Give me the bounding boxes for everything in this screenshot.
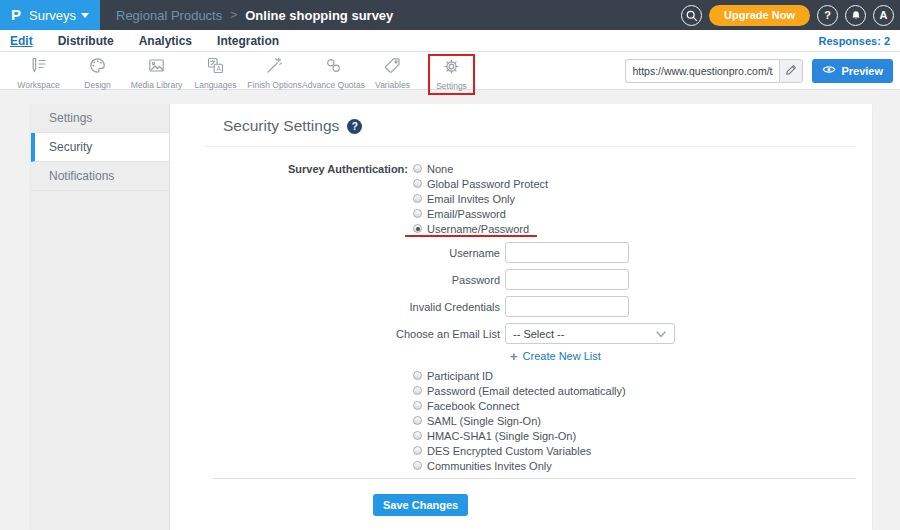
auth-label: Survey Authentication:	[170, 161, 408, 236]
help-button[interactable]: ?	[817, 5, 838, 26]
tab-distribute[interactable]: Distribute	[58, 34, 114, 48]
plus-icon: +	[510, 351, 518, 362]
toolbar-label: Advance Quotas	[302, 80, 365, 90]
toolbar-item-design[interactable]: Design	[68, 52, 127, 89]
surveys-menu[interactable]: P Surveys	[0, 0, 100, 30]
radio-none[interactable]: None	[413, 161, 548, 176]
radio-label: Email/Password	[427, 208, 506, 220]
invalid-credentials-label: Invalid Credentials	[170, 301, 505, 313]
bell-icon[interactable]	[845, 5, 866, 26]
questionpro-logo-icon[interactable]: P	[11, 0, 21, 30]
radio-icon[interactable]	[413, 431, 422, 440]
survey-url-input[interactable]	[625, 59, 779, 83]
password-field[interactable]	[505, 269, 629, 290]
sidebar-item-settings[interactable]: Settings	[31, 104, 169, 133]
toolbar-item-languages[interactable]: A Languages	[186, 52, 245, 89]
survey-nav: Edit Distribute Analytics Integration Re…	[0, 30, 900, 52]
image-icon	[147, 56, 166, 79]
radio-hmac-sha1[interactable]: HMAC-SHA1 (Single Sign-On)	[413, 428, 872, 443]
toolbar-item-finish-options[interactable]: Finish Options	[245, 52, 304, 89]
radio-icon[interactable]	[413, 371, 422, 380]
toolbar-label: Finish Options	[247, 80, 301, 90]
top-bar: P Surveys Regional Products > Online sho…	[0, 0, 900, 30]
toolbar-item-variables[interactable]: Variables	[363, 52, 422, 89]
breadcrumb-survey-name: Online shopping survey	[245, 8, 393, 23]
chevron-down-icon	[656, 331, 666, 338]
select-value: -- Select --	[513, 328, 564, 340]
radio-icon[interactable]	[413, 446, 422, 455]
save-changes-button[interactable]: Save Changes	[373, 494, 468, 516]
sidebar-item-notifications[interactable]: Notifications	[31, 162, 169, 191]
radio-label: HMAC-SHA1 (Single Sign-On)	[427, 430, 576, 442]
responses-count[interactable]: Responses: 2	[818, 35, 890, 47]
radio-participant-id[interactable]: Participant ID	[413, 368, 872, 383]
toolbar-item-settings[interactable]: Settings	[422, 52, 481, 89]
tab-integration[interactable]: Integration	[217, 34, 279, 48]
security-settings-panel: Security Settings ? Survey Authenticatio…	[170, 104, 872, 530]
radio-checked-icon[interactable]	[413, 224, 422, 233]
radio-des-encrypted[interactable]: DES Encrypted Custom Variables	[413, 443, 872, 458]
radio-icon[interactable]	[413, 386, 422, 395]
password-label: Password	[170, 274, 505, 286]
upgrade-now-button[interactable]: Upgrade Now	[709, 5, 810, 26]
sidebar-item-security[interactable]: Security	[31, 133, 169, 162]
radio-label: Global Password Protect	[427, 178, 548, 190]
security-form: Survey Authentication: None Global Passw…	[170, 161, 872, 516]
palette-icon	[88, 56, 107, 79]
preview-button[interactable]: Preview	[812, 59, 893, 83]
radio-email-invites-only[interactable]: Email Invites Only	[413, 191, 548, 206]
breadcrumb-folder[interactable]: Regional Products	[116, 8, 222, 23]
edit-toolbar: Workspace Design Media Library A Languag…	[0, 52, 900, 90]
radio-icon[interactable]	[413, 194, 422, 203]
radio-icon[interactable]	[413, 461, 422, 470]
radio-communities-invites[interactable]: Communities Invites Only	[413, 458, 872, 473]
radio-icon[interactable]	[413, 209, 422, 218]
username-field[interactable]	[505, 242, 629, 263]
create-new-list-label[interactable]: Create New List	[523, 350, 601, 362]
radio-username-password-selected[interactable]: Username/Password	[413, 221, 548, 236]
toolbar-label: Workspace	[17, 80, 59, 90]
tab-edit[interactable]: Edit	[10, 34, 33, 48]
page-title: Security Settings	[223, 117, 339, 135]
radio-icon[interactable]	[413, 401, 422, 410]
magic-wand-icon	[265, 56, 284, 79]
title-divider	[205, 146, 856, 147]
create-new-list-link[interactable]: + Create New List	[510, 350, 872, 362]
toolbar-item-advance-quotas[interactable]: Advance Quotas	[304, 52, 363, 89]
radio-email-password[interactable]: Email/Password	[413, 206, 548, 221]
radio-icon[interactable]	[413, 179, 422, 188]
auth-options-top: None Global Password Protect Email Invit…	[413, 161, 548, 236]
help-circle-icon[interactable]: ?	[347, 119, 362, 134]
radio-global-password-protect[interactable]: Global Password Protect	[413, 176, 548, 191]
translate-icon: A	[206, 56, 225, 79]
invalid-credentials-field[interactable]	[505, 296, 629, 317]
radio-label: SAML (Single Sign-On)	[427, 415, 541, 427]
radio-label: None	[427, 163, 453, 175]
radio-icon[interactable]	[413, 164, 422, 173]
radio-facebook-connect[interactable]: Facebook Connect	[413, 398, 872, 413]
eye-icon	[822, 64, 836, 77]
svg-text:A: A	[217, 65, 222, 72]
settings-sidebar: Settings Security Notifications	[31, 104, 170, 530]
radio-icon[interactable]	[413, 416, 422, 425]
edit-url-button[interactable]	[779, 59, 803, 83]
email-list-label: Choose an Email List	[170, 328, 505, 340]
toolbar-item-media-library[interactable]: Media Library	[127, 52, 186, 89]
radio-saml[interactable]: SAML (Single Sign-On)	[413, 413, 872, 428]
toolbar-label: Settings	[436, 81, 467, 91]
search-icon[interactable]	[681, 5, 702, 26]
tab-analytics[interactable]: Analytics	[139, 34, 192, 48]
email-list-select[interactable]: -- Select --	[505, 323, 675, 344]
radio-label: Password (Email detected automatically)	[427, 385, 626, 397]
avatar[interactable]: A	[873, 5, 894, 26]
product-name: Surveys	[29, 8, 76, 23]
toolbar-item-workspace[interactable]: Workspace	[9, 52, 68, 89]
radio-label: DES Encrypted Custom Variables	[427, 445, 591, 457]
settings-card: Settings Security Notifications Security…	[31, 104, 872, 530]
survey-url-group	[625, 59, 803, 83]
toolbar-label: Languages	[194, 80, 236, 90]
pencil-icon	[785, 62, 797, 80]
preview-label: Preview	[841, 65, 883, 77]
radio-password-email-detected[interactable]: Password (Email detected automatically)	[413, 383, 872, 398]
tag-icon	[383, 56, 402, 79]
